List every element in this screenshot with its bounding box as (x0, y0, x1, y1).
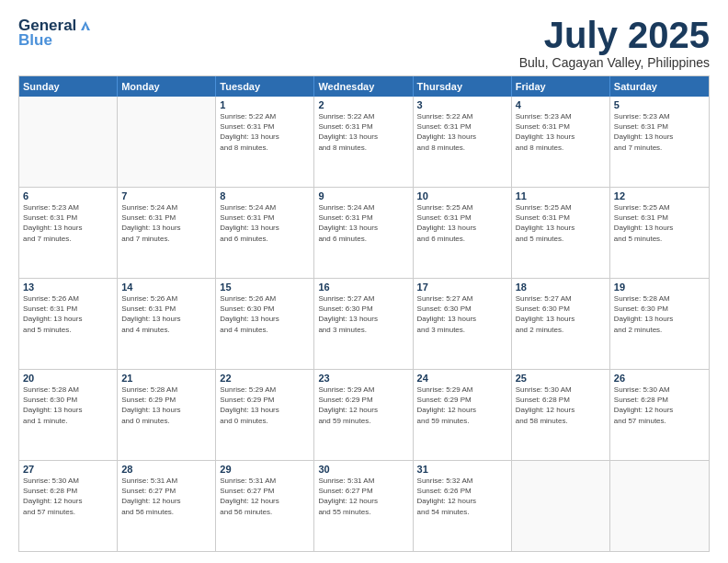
day-number: 23 (318, 373, 408, 384)
day-number: 22 (220, 373, 310, 384)
calendar-cell: 20Sunrise: 5:28 AMSunset: 6:30 PMDayligh… (19, 370, 118, 460)
day-number: 25 (516, 373, 606, 384)
day-number: 8 (220, 190, 310, 201)
header-day-friday: Friday (512, 76, 610, 97)
calendar-cell: 10Sunrise: 5:25 AMSunset: 6:31 PMDayligh… (414, 188, 512, 278)
calendar-row-2: 6Sunrise: 5:23 AMSunset: 6:31 PMDaylight… (19, 188, 709, 279)
day-info: Sunrise: 5:28 AMSunset: 6:29 PMDaylight:… (121, 385, 211, 426)
day-info: Sunrise: 5:24 AMSunset: 6:31 PMDaylight:… (220, 202, 310, 244)
day-info: Sunrise: 5:25 AMSunset: 6:31 PMDaylight:… (516, 202, 606, 244)
header-day-thursday: Thursday (414, 76, 512, 97)
day-info: Sunrise: 5:32 AMSunset: 6:26 PMDaylight:… (417, 476, 507, 517)
day-info: Sunrise: 5:26 AMSunset: 6:31 PMDaylight:… (121, 293, 211, 335)
page-header: General Blue July 2025 Bulu, Cagayan Val… (18, 17, 710, 70)
day-number: 6 (23, 190, 113, 201)
day-number: 29 (220, 464, 310, 475)
day-number: 19 (614, 282, 705, 293)
day-number: 21 (121, 373, 211, 384)
day-number: 16 (318, 282, 408, 293)
day-info: Sunrise: 5:30 AMSunset: 6:28 PMDaylight:… (23, 476, 113, 517)
calendar-cell: 24Sunrise: 5:29 AMSunset: 6:29 PMDayligh… (414, 370, 512, 460)
day-info: Sunrise: 5:26 AMSunset: 6:31 PMDaylight:… (23, 293, 113, 335)
day-number: 26 (614, 373, 705, 384)
day-number: 31 (417, 464, 507, 475)
logo-icon (77, 17, 94, 34)
calendar-cell (118, 97, 216, 187)
calendar-row-3: 13Sunrise: 5:26 AMSunset: 6:31 PMDayligh… (19, 279, 709, 370)
header-day-sunday: Sunday (19, 76, 118, 97)
calendar-cell: 13Sunrise: 5:26 AMSunset: 6:31 PMDayligh… (19, 279, 118, 369)
day-info: Sunrise: 5:31 AMSunset: 6:27 PMDaylight:… (220, 476, 310, 517)
day-info: Sunrise: 5:23 AMSunset: 6:31 PMDaylight:… (516, 111, 606, 153)
calendar-cell: 28Sunrise: 5:31 AMSunset: 6:27 PMDayligh… (118, 461, 216, 551)
calendar-cell: 29Sunrise: 5:31 AMSunset: 6:27 PMDayligh… (216, 461, 314, 551)
day-info: Sunrise: 5:29 AMSunset: 6:29 PMDaylight:… (220, 385, 310, 426)
day-number: 28 (121, 464, 211, 475)
calendar-cell: 27Sunrise: 5:30 AMSunset: 6:28 PMDayligh… (19, 461, 118, 551)
calendar-cell: 31Sunrise: 5:32 AMSunset: 6:26 PMDayligh… (414, 461, 512, 551)
calendar-cell: 6Sunrise: 5:23 AMSunset: 6:31 PMDaylight… (19, 188, 118, 278)
day-number: 4 (516, 99, 606, 110)
day-number: 5 (614, 99, 705, 110)
calendar-cell: 30Sunrise: 5:31 AMSunset: 6:27 PMDayligh… (314, 461, 413, 551)
day-number: 7 (121, 190, 211, 201)
calendar-cell (610, 461, 709, 551)
day-info: Sunrise: 5:30 AMSunset: 6:28 PMDaylight:… (614, 385, 705, 426)
day-number: 18 (516, 282, 606, 293)
day-info: Sunrise: 5:28 AMSunset: 6:30 PMDaylight:… (23, 385, 113, 426)
calendar-title: July 2025 (519, 17, 710, 53)
calendar-row-4: 20Sunrise: 5:28 AMSunset: 6:30 PMDayligh… (19, 370, 709, 461)
day-number: 27 (23, 464, 113, 475)
day-number: 10 (417, 190, 507, 201)
calendar-cell: 23Sunrise: 5:29 AMSunset: 6:29 PMDayligh… (314, 370, 413, 460)
day-info: Sunrise: 5:24 AMSunset: 6:31 PMDaylight:… (318, 202, 408, 244)
day-info: Sunrise: 5:24 AMSunset: 6:31 PMDaylight:… (121, 202, 211, 244)
header-day-saturday: Saturday (610, 76, 709, 97)
calendar-cell: 1Sunrise: 5:22 AMSunset: 6:31 PMDaylight… (216, 97, 314, 187)
svg-marker-0 (81, 21, 90, 30)
calendar-cell: 25Sunrise: 5:30 AMSunset: 6:28 PMDayligh… (512, 370, 610, 460)
day-number: 12 (614, 190, 705, 201)
day-number: 30 (318, 464, 408, 475)
calendar-cell: 21Sunrise: 5:28 AMSunset: 6:29 PMDayligh… (118, 370, 216, 460)
day-info: Sunrise: 5:25 AMSunset: 6:31 PMDaylight:… (417, 202, 507, 244)
day-info: Sunrise: 5:26 AMSunset: 6:30 PMDaylight:… (220, 293, 310, 335)
day-number: 17 (417, 282, 507, 293)
day-info: Sunrise: 5:23 AMSunset: 6:31 PMDaylight:… (614, 111, 705, 153)
day-number: 9 (318, 190, 408, 201)
header-day-tuesday: Tuesday (216, 76, 314, 97)
day-info: Sunrise: 5:27 AMSunset: 6:30 PMDaylight:… (417, 293, 507, 335)
header-day-wednesday: Wednesday (314, 76, 413, 97)
day-number: 14 (121, 282, 211, 293)
day-info: Sunrise: 5:31 AMSunset: 6:27 PMDaylight:… (121, 476, 211, 517)
day-number: 13 (23, 282, 113, 293)
calendar-cell: 18Sunrise: 5:27 AMSunset: 6:30 PMDayligh… (512, 279, 610, 369)
calendar-cell: 8Sunrise: 5:24 AMSunset: 6:31 PMDaylight… (216, 188, 314, 278)
day-info: Sunrise: 5:27 AMSunset: 6:30 PMDaylight:… (318, 293, 408, 335)
day-info: Sunrise: 5:27 AMSunset: 6:30 PMDaylight:… (516, 293, 606, 335)
calendar-cell (512, 461, 610, 551)
calendar-cell: 17Sunrise: 5:27 AMSunset: 6:30 PMDayligh… (414, 279, 512, 369)
calendar: SundayMondayTuesdayWednesdayThursdayFrid… (18, 75, 710, 552)
calendar-cell: 26Sunrise: 5:30 AMSunset: 6:28 PMDayligh… (610, 370, 709, 460)
day-info: Sunrise: 5:22 AMSunset: 6:31 PMDaylight:… (318, 111, 408, 153)
calendar-page: General Blue July 2025 Bulu, Cagayan Val… (0, 0, 728, 563)
calendar-subtitle: Bulu, Cagayan Valley, Philippines (519, 55, 710, 70)
day-info: Sunrise: 5:29 AMSunset: 6:29 PMDaylight:… (318, 385, 408, 426)
day-number: 11 (516, 190, 606, 201)
calendar-cell (19, 97, 118, 187)
day-info: Sunrise: 5:28 AMSunset: 6:30 PMDaylight:… (614, 293, 705, 335)
calendar-row-5: 27Sunrise: 5:30 AMSunset: 6:28 PMDayligh… (19, 461, 709, 551)
day-info: Sunrise: 5:23 AMSunset: 6:31 PMDaylight:… (23, 202, 113, 244)
calendar-cell: 15Sunrise: 5:26 AMSunset: 6:30 PMDayligh… (216, 279, 314, 369)
day-number: 20 (23, 373, 113, 384)
day-info: Sunrise: 5:31 AMSunset: 6:27 PMDaylight:… (318, 476, 408, 517)
calendar-cell: 22Sunrise: 5:29 AMSunset: 6:29 PMDayligh… (216, 370, 314, 460)
calendar-header: SundayMondayTuesdayWednesdayThursdayFrid… (19, 76, 709, 97)
calendar-cell: 5Sunrise: 5:23 AMSunset: 6:31 PMDaylight… (610, 97, 709, 187)
logo: General Blue (18, 17, 94, 50)
day-info: Sunrise: 5:22 AMSunset: 6:31 PMDaylight:… (417, 111, 507, 153)
calendar-cell: 4Sunrise: 5:23 AMSunset: 6:31 PMDaylight… (512, 97, 610, 187)
calendar-cell: 7Sunrise: 5:24 AMSunset: 6:31 PMDaylight… (118, 188, 216, 278)
calendar-cell: 14Sunrise: 5:26 AMSunset: 6:31 PMDayligh… (118, 279, 216, 369)
